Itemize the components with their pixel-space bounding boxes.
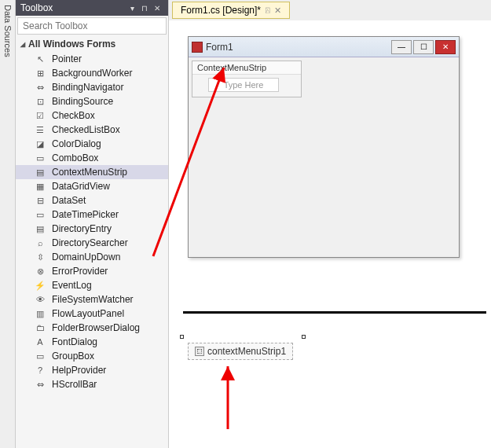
selection-handle[interactable] — [302, 335, 306, 339]
toolbox-item-icon: ⇔ — [35, 82, 46, 93]
toolbox-item[interactable]: ⚡EventLog — [16, 278, 168, 292]
toolbox-item[interactable]: 👁FileSystemWatcher — [16, 292, 168, 307]
toolbox-item-icon: ☑ — [35, 110, 46, 121]
type-here-input[interactable]: Type Here — [208, 78, 279, 92]
data-sources-tab[interactable]: Data Sources — [0, 0, 16, 448]
form-icon — [192, 42, 203, 53]
cms-item-slot[interactable]: Type Here — [208, 78, 296, 92]
document-tab-label: Form1.cs [Design]* — [181, 5, 261, 16]
toolbox-item-icon: ▤ — [35, 167, 46, 178]
design-area: Form1.cs [Design]* ⍓ ✕ Form1 ― ☐ ✕ Co — [169, 0, 491, 448]
toolbox-item-icon: ▭ — [35, 152, 46, 163]
toolbox-item[interactable]: ⊞BackgroundWorker — [16, 66, 168, 80]
data-sources-label: Data Sources — [3, 5, 13, 57]
toolbox-item-label: BindingNavigator — [52, 82, 123, 93]
dropdown-icon[interactable]: ▾ — [126, 4, 138, 13]
toolbox-item[interactable]: ☑CheckBox — [16, 108, 168, 123]
toolbox-item[interactable]: ⌕DirectorySearcher — [16, 236, 168, 250]
toolbox-item-icon: ⊡ — [35, 96, 46, 107]
maximize-button[interactable]: ☐ — [413, 40, 434, 54]
toolbox-item-label: HelpProvider — [52, 365, 106, 376]
design-canvas[interactable]: Form1 ― ☐ ✕ ContextMenuStrip Type Here — [169, 20, 491, 448]
toolbox-item-icon: ⌕ — [35, 237, 46, 248]
toolbox-item-icon: ▤ — [35, 223, 46, 234]
document-tab[interactable]: Form1.cs [Design]* ⍓ ✕ — [172, 2, 290, 19]
annotation-arrow-bottom — [212, 358, 244, 437]
close-button[interactable]: ✕ — [435, 40, 456, 54]
toolbox-item-icon: A — [35, 336, 46, 347]
toolbox-item-icon: ▭ — [35, 209, 46, 220]
toolbox-item[interactable]: ?HelpProvider — [16, 363, 168, 377]
toolbox-item-label: CheckBox — [52, 110, 95, 121]
component-tray: contextMenuStrip1 — [188, 343, 293, 360]
toolbox-item[interactable]: AFontDialog — [16, 335, 168, 349]
search-input[interactable] — [17, 17, 167, 35]
toolbox-item[interactable]: ⇳DomainUpDown — [16, 250, 168, 264]
toolbox-item[interactable]: ⊡BindingSource — [16, 94, 168, 108]
toolbox-item-icon: ▦ — [35, 181, 46, 192]
form-window[interactable]: Form1 ― ☐ ✕ ContextMenuStrip Type Here — [188, 36, 460, 258]
toolbox-item[interactable]: ☰CheckedListBox — [16, 123, 168, 137]
toolbox-item-label: ErrorProvider — [52, 266, 108, 277]
toolbox-item-icon: ☰ — [35, 124, 46, 135]
toolbox-item-icon: ▭ — [35, 351, 46, 362]
context-menu-strip-icon — [195, 347, 204, 356]
toolbox-item-icon: ⊗ — [35, 266, 46, 277]
toolbox-item-label: DataSet — [52, 195, 86, 206]
close-icon[interactable]: ✕ — [151, 4, 163, 13]
window-buttons: ― ☐ ✕ — [391, 40, 456, 54]
toolbox-item-label: EventLog — [52, 280, 92, 291]
toolbox-item[interactable]: ▭DateTimePicker — [16, 207, 168, 222]
toolbox-item-icon: 🗀 — [35, 322, 46, 333]
toolbox-item-label: DirectoryEntry — [52, 223, 112, 234]
toolbox-item[interactable]: ▥FlowLayoutPanel — [16, 307, 168, 321]
toolbox-item[interactable]: ↖Pointer — [16, 52, 168, 66]
toolbox-item[interactable]: ▭ComboBox — [16, 151, 168, 165]
toolbox-item-icon: 👁 — [35, 294, 46, 305]
toolbox-item[interactable]: ▤ContextMenuStrip — [16, 165, 168, 179]
toolbox-item-label: FlowLayoutPanel — [52, 308, 124, 319]
toolbox-item-icon: ? — [35, 365, 46, 376]
pin-icon[interactable]: ⍓ — [266, 6, 269, 14]
toolbox-item[interactable]: 🗀FolderBrowserDialog — [16, 321, 168, 335]
cms-header-label: ContextMenuStrip — [192, 61, 301, 75]
toolbox-item[interactable]: ▦DataGridView — [16, 179, 168, 193]
toolbox-item[interactable]: ⇔HScrollBar — [16, 377, 168, 391]
minimize-button[interactable]: ― — [391, 40, 412, 54]
toolbox-group-label: All Windows Forms — [28, 39, 115, 50]
toolbox-item[interactable]: ⊟DataSet — [16, 193, 168, 207]
toolbox-item-label: HScrollBar — [52, 379, 97, 390]
pin-icon[interactable]: ⊓ — [138, 4, 151, 13]
toolbox-list: ↖Pointer⊞BackgroundWorker⇔BindingNavigat… — [16, 52, 168, 448]
toolbox-item-label: GroupBox — [52, 351, 94, 362]
toolbox-item-label: Pointer — [52, 53, 82, 64]
toolbox-item[interactable]: ⇔BindingNavigator — [16, 80, 168, 94]
toolbox-item-icon: ⇔ — [35, 379, 46, 390]
toolbox-group-header[interactable]: All Windows Forms — [16, 36, 168, 52]
toolbox-title: Toolbox — [20, 2, 126, 13]
toolbox-item-icon: ↖ — [35, 53, 46, 64]
close-icon[interactable]: ✕ — [274, 6, 281, 16]
toolbox-item-label: FontDialog — [52, 336, 97, 347]
toolbox-item-label: BackgroundWorker — [52, 68, 133, 79]
toolbox-item-icon: ⚡ — [35, 280, 46, 291]
tray-item-label: contextMenuStrip1 — [207, 346, 286, 357]
toolbox-item[interactable]: ⊗ErrorProvider — [16, 264, 168, 278]
toolbox-item-label: ColorDialog — [52, 138, 101, 149]
toolbox-item-label: DataGridView — [52, 181, 110, 192]
toolbox-header: Toolbox ▾ ⊓ ✕ — [16, 0, 168, 16]
context-menu-strip[interactable]: ContextMenuStrip Type Here — [192, 61, 302, 97]
toolbox-item-label: FolderBrowserDialog — [52, 322, 140, 333]
toolbox-item-icon: ⊞ — [35, 68, 46, 79]
toolbox-item[interactable]: ▤DirectoryEntry — [16, 222, 168, 236]
toolbox-item-label: FileSystemWatcher — [52, 294, 134, 305]
selection-handle[interactable] — [180, 335, 184, 339]
toolbox-item[interactable]: ▭GroupBox — [16, 349, 168, 363]
toolbox-item-label: CheckedListBox — [52, 124, 120, 135]
toolbox-item[interactable]: ◪ColorDialog — [16, 137, 168, 151]
document-tabbar: Form1.cs [Design]* ⍓ ✕ — [169, 0, 491, 20]
tray-item-contextmenustrip[interactable]: contextMenuStrip1 — [188, 343, 293, 360]
toolbox-item-icon: ⇳ — [35, 252, 46, 263]
toolbox-search — [16, 16, 168, 36]
tray-separator — [183, 311, 486, 314]
